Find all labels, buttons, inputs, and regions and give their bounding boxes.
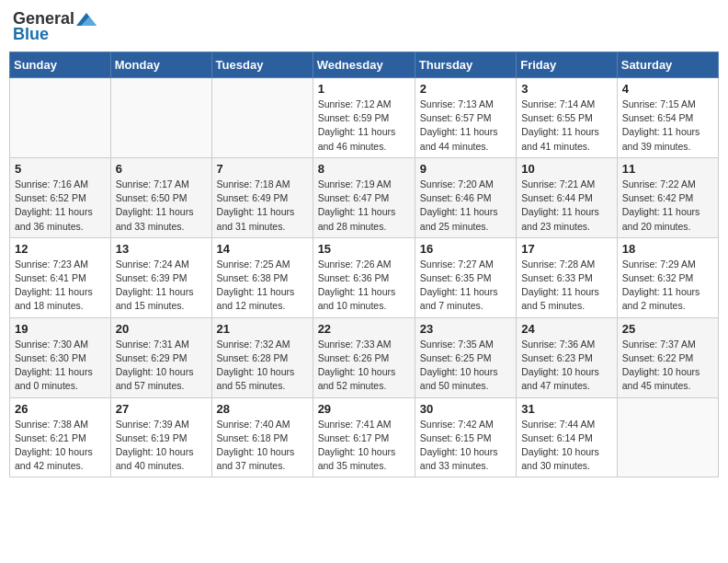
calendar-cell: 28Sunrise: 7:40 AMSunset: 6:18 PMDayligh… [211,397,313,477]
weekday-header-saturday: Saturday [617,52,718,78]
day-info: Sunrise: 7:21 AMSunset: 6:44 PMDaylight:… [521,178,612,234]
day-info: Sunrise: 7:13 AMSunset: 6:57 PMDaylight:… [420,98,511,154]
day-number: 22 [318,322,410,336]
calendar-cell: 4Sunrise: 7:15 AMSunset: 6:54 PMDaylight… [617,78,718,158]
calendar-cell: 15Sunrise: 7:26 AMSunset: 6:36 PMDayligh… [313,237,415,317]
calendar-cell [211,78,313,158]
day-info: Sunrise: 7:20 AMSunset: 6:46 PMDaylight:… [420,178,511,234]
day-number: 1 [318,82,410,96]
calendar-cell: 27Sunrise: 7:39 AMSunset: 6:19 PMDayligh… [110,397,211,477]
calendar-cell: 18Sunrise: 7:29 AMSunset: 6:32 PMDayligh… [617,237,718,317]
day-info: Sunrise: 7:14 AMSunset: 6:55 PMDaylight:… [521,98,612,154]
day-info: Sunrise: 7:39 AMSunset: 6:19 PMDaylight:… [116,418,207,474]
day-info: Sunrise: 7:40 AMSunset: 6:18 PMDaylight:… [217,418,308,474]
calendar-cell: 30Sunrise: 7:42 AMSunset: 6:15 PMDayligh… [415,397,516,477]
day-info: Sunrise: 7:17 AMSunset: 6:50 PMDaylight:… [116,178,207,234]
calendar-cell: 29Sunrise: 7:41 AMSunset: 6:17 PMDayligh… [313,397,415,477]
day-info: Sunrise: 7:30 AMSunset: 6:30 PMDaylight:… [15,338,106,394]
calendar-cell: 17Sunrise: 7:28 AMSunset: 6:33 PMDayligh… [517,237,618,317]
day-number: 20 [116,322,207,336]
day-info: Sunrise: 7:44 AMSunset: 6:14 PMDaylight:… [521,418,612,474]
calendar-cell: 13Sunrise: 7:24 AMSunset: 6:39 PMDayligh… [110,237,211,317]
calendar-cell: 1Sunrise: 7:12 AMSunset: 6:59 PMDaylight… [313,78,415,158]
day-info: Sunrise: 7:38 AMSunset: 6:21 PMDaylight:… [15,418,106,474]
day-number: 3 [521,82,612,96]
day-info: Sunrise: 7:33 AMSunset: 6:26 PMDaylight:… [318,338,410,394]
day-number: 27 [116,402,207,416]
day-info: Sunrise: 7:24 AMSunset: 6:39 PMDaylight:… [116,258,207,314]
day-number: 30 [420,402,511,416]
weekday-header-tuesday: Tuesday [211,52,313,78]
calendar-cell: 2Sunrise: 7:13 AMSunset: 6:57 PMDaylight… [415,78,516,158]
day-number: 29 [318,402,410,416]
day-info: Sunrise: 7:18 AMSunset: 6:49 PMDaylight:… [217,178,308,234]
day-info: Sunrise: 7:23 AMSunset: 6:41 PMDaylight:… [15,258,106,314]
day-info: Sunrise: 7:41 AMSunset: 6:17 PMDaylight:… [318,418,410,474]
calendar-cell: 20Sunrise: 7:31 AMSunset: 6:29 PMDayligh… [110,317,211,397]
calendar-cell: 6Sunrise: 7:17 AMSunset: 6:50 PMDaylight… [110,157,211,237]
day-info: Sunrise: 7:37 AMSunset: 6:22 PMDaylight:… [622,338,713,394]
weekday-header-friday: Friday [517,52,618,78]
day-info: Sunrise: 7:12 AMSunset: 6:59 PMDaylight:… [318,98,410,154]
day-info: Sunrise: 7:32 AMSunset: 6:28 PMDaylight:… [217,338,308,394]
day-number: 24 [521,322,612,336]
weekday-header-monday: Monday [110,52,211,78]
calendar-week-2: 5Sunrise: 7:16 AMSunset: 6:52 PMDaylight… [10,157,719,237]
calendar-cell: 24Sunrise: 7:36 AMSunset: 6:23 PMDayligh… [517,317,618,397]
calendar-table: SundayMondayTuesdayWednesdayThursdayFrid… [9,52,719,477]
calendar-cell: 5Sunrise: 7:16 AMSunset: 6:52 PMDaylight… [10,157,111,237]
page-header: General Blue [9,9,719,44]
day-info: Sunrise: 7:25 AMSunset: 6:38 PMDaylight:… [217,258,308,314]
weekday-header-thursday: Thursday [415,52,516,78]
day-info: Sunrise: 7:35 AMSunset: 6:25 PMDaylight:… [420,338,511,394]
logo: General Blue [13,9,97,44]
calendar-week-4: 19Sunrise: 7:30 AMSunset: 6:30 PMDayligh… [10,317,719,397]
calendar-cell [110,78,211,158]
day-number: 19 [15,322,106,336]
calendar-cell: 31Sunrise: 7:44 AMSunset: 6:14 PMDayligh… [517,397,618,477]
day-info: Sunrise: 7:36 AMSunset: 6:23 PMDaylight:… [521,338,612,394]
calendar-week-1: 1Sunrise: 7:12 AMSunset: 6:59 PMDaylight… [10,78,719,158]
day-number: 26 [15,402,106,416]
day-number: 8 [318,162,410,176]
calendar-week-5: 26Sunrise: 7:38 AMSunset: 6:21 PMDayligh… [10,397,719,477]
calendar-cell: 16Sunrise: 7:27 AMSunset: 6:35 PMDayligh… [415,237,516,317]
day-number: 5 [15,162,106,176]
day-info: Sunrise: 7:27 AMSunset: 6:35 PMDaylight:… [420,258,511,314]
calendar-cell: 8Sunrise: 7:19 AMSunset: 6:47 PMDaylight… [313,157,415,237]
day-number: 31 [521,402,612,416]
weekday-header-sunday: Sunday [10,52,111,78]
day-number: 13 [116,242,207,256]
day-number: 17 [521,242,612,256]
day-number: 23 [420,322,511,336]
logo-icon [76,13,97,28]
calendar-cell [10,78,111,158]
calendar-cell [617,397,718,477]
calendar-cell: 23Sunrise: 7:35 AMSunset: 6:25 PMDayligh… [415,317,516,397]
day-number: 10 [521,162,612,176]
day-info: Sunrise: 7:15 AMSunset: 6:54 PMDaylight:… [622,98,713,154]
day-number: 4 [622,82,713,96]
calendar-cell: 14Sunrise: 7:25 AMSunset: 6:38 PMDayligh… [211,237,313,317]
day-info: Sunrise: 7:28 AMSunset: 6:33 PMDaylight:… [521,258,612,314]
day-info: Sunrise: 7:42 AMSunset: 6:15 PMDaylight:… [420,418,511,474]
day-number: 14 [217,242,308,256]
calendar-cell: 26Sunrise: 7:38 AMSunset: 6:21 PMDayligh… [10,397,111,477]
logo-blue-text: Blue [13,25,49,44]
day-number: 7 [217,162,308,176]
calendar-cell: 3Sunrise: 7:14 AMSunset: 6:55 PMDaylight… [517,78,618,158]
day-number: 11 [622,162,713,176]
day-number: 18 [622,242,713,256]
calendar-cell: 10Sunrise: 7:21 AMSunset: 6:44 PMDayligh… [517,157,618,237]
day-info: Sunrise: 7:16 AMSunset: 6:52 PMDaylight:… [15,178,106,234]
calendar-cell: 19Sunrise: 7:30 AMSunset: 6:30 PMDayligh… [10,317,111,397]
day-number: 21 [217,322,308,336]
calendar-cell: 21Sunrise: 7:32 AMSunset: 6:28 PMDayligh… [211,317,313,397]
weekday-header-wednesday: Wednesday [313,52,415,78]
day-number: 28 [217,402,308,416]
calendar-cell: 12Sunrise: 7:23 AMSunset: 6:41 PMDayligh… [10,237,111,317]
calendar-cell: 11Sunrise: 7:22 AMSunset: 6:42 PMDayligh… [617,157,718,237]
day-number: 16 [420,242,511,256]
calendar-cell: 7Sunrise: 7:18 AMSunset: 6:49 PMDaylight… [211,157,313,237]
day-info: Sunrise: 7:31 AMSunset: 6:29 PMDaylight:… [116,338,207,394]
